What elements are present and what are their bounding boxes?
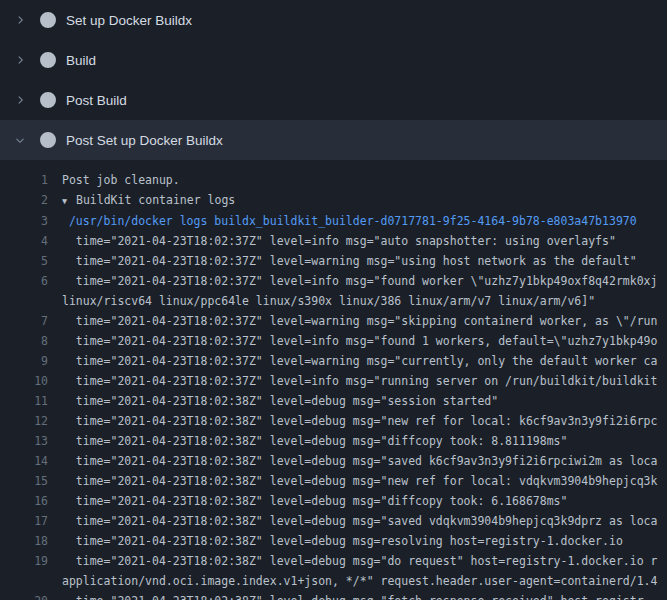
log-line-text: Post job cleanup. bbox=[62, 170, 667, 190]
workflow-log-panel: Set up Docker BuildxBuildPost BuildPost … bbox=[0, 0, 667, 600]
chevron-right-icon bbox=[14, 14, 32, 26]
log-line: 17 time="2021-04-23T18:02:38Z" level=deb… bbox=[0, 511, 667, 531]
log-line: 11 time="2021-04-23T18:02:38Z" level=deb… bbox=[0, 391, 667, 411]
step-label: Post Set up Docker Buildx bbox=[66, 133, 223, 148]
log-line-number[interactable]: 15 bbox=[0, 471, 48, 491]
log-line: 8 time="2021-04-23T18:02:37Z" level=info… bbox=[0, 331, 667, 351]
log-line-text: time="2021-04-23T18:02:38Z" level=debug … bbox=[62, 531, 667, 551]
step-label: Set up Docker Buildx bbox=[66, 13, 192, 28]
step-header-post-set-up-docker-buildx[interactable]: Post Set up Docker Buildx bbox=[0, 120, 667, 160]
log-line-number[interactable]: 7 bbox=[0, 311, 48, 331]
log-line: 9 time="2021-04-23T18:02:37Z" level=warn… bbox=[0, 351, 667, 371]
log-line-number[interactable]: 8 bbox=[0, 331, 48, 351]
check-circle-icon bbox=[40, 132, 56, 148]
step-label: Build bbox=[66, 53, 96, 68]
log-line: 12 time="2021-04-23T18:02:38Z" level=deb… bbox=[0, 411, 667, 431]
log-line: 20 time="2021-04-23T18:02:38Z" level=deb… bbox=[0, 591, 667, 600]
log-line: 5 time="2021-04-23T18:02:37Z" level=warn… bbox=[0, 251, 667, 271]
log-line-number[interactable]: 18 bbox=[0, 531, 48, 551]
log-line-number[interactable]: 20 bbox=[0, 591, 48, 600]
log-line-text: time="2021-04-23T18:02:38Z" level=debug … bbox=[62, 591, 667, 600]
log-line-number[interactable]: 9 bbox=[0, 351, 48, 371]
step-header-post-build[interactable]: Post Build bbox=[0, 80, 667, 120]
log-line-text: time="2021-04-23T18:02:38Z" level=debug … bbox=[62, 471, 667, 491]
log-line-number[interactable]: 14 bbox=[0, 451, 48, 471]
log-line-number[interactable]: 6 bbox=[0, 271, 48, 291]
log-line-number[interactable]: 16 bbox=[0, 491, 48, 511]
log-line-text: time="2021-04-23T18:02:37Z" level=info m… bbox=[62, 331, 667, 351]
log-line-number[interactable]: 13 bbox=[0, 431, 48, 451]
step-header-build[interactable]: Build bbox=[0, 40, 667, 80]
log-line: 14 time="2021-04-23T18:02:38Z" level=deb… bbox=[0, 451, 667, 471]
log-line-text: time="2021-04-23T18:02:38Z" level=debug … bbox=[62, 491, 667, 511]
log-line-number[interactable]: 1 bbox=[0, 170, 48, 190]
log-line-text: time="2021-04-23T18:02:37Z" level=info m… bbox=[62, 271, 667, 311]
log-line: 3 /usr/bin/docker logs buildx_buildkit_b… bbox=[0, 211, 667, 231]
log-line: 10 time="2021-04-23T18:02:37Z" level=inf… bbox=[0, 371, 667, 391]
step-label: Post Build bbox=[66, 93, 127, 108]
log-line-text: time="2021-04-23T18:02:38Z" level=debug … bbox=[62, 391, 667, 411]
log-line-text: time="2021-04-23T18:02:38Z" level=debug … bbox=[62, 451, 667, 471]
log-line: 2▼BuildKit container logs bbox=[0, 190, 667, 211]
log-group-header[interactable]: ▼BuildKit container logs bbox=[62, 190, 667, 211]
log-line: 4 time="2021-04-23T18:02:37Z" level=info… bbox=[0, 231, 667, 251]
log-line-number[interactable]: 3 bbox=[0, 211, 48, 231]
log-line: 18 time="2021-04-23T18:02:38Z" level=deb… bbox=[0, 531, 667, 551]
chevron-right-icon bbox=[14, 94, 32, 106]
log-lines: 1Post job cleanup.2▼BuildKit container l… bbox=[0, 160, 667, 600]
chevron-down-icon bbox=[14, 134, 32, 146]
log-line: 1Post job cleanup. bbox=[0, 170, 667, 190]
log-line-number[interactable]: 12 bbox=[0, 411, 48, 431]
log-line-text: time="2021-04-23T18:02:38Z" level=debug … bbox=[62, 431, 667, 451]
group-toggle-icon[interactable]: ▼ bbox=[62, 191, 76, 211]
log-line-number[interactable]: 17 bbox=[0, 511, 48, 531]
log-line: 7 time="2021-04-23T18:02:37Z" level=warn… bbox=[0, 311, 667, 331]
log-line: 16 time="2021-04-23T18:02:38Z" level=deb… bbox=[0, 491, 667, 511]
chevron-right-icon bbox=[14, 54, 32, 66]
log-line: 6 time="2021-04-23T18:02:37Z" level=info… bbox=[0, 271, 667, 311]
log-line-number[interactable]: 10 bbox=[0, 371, 48, 391]
log-line-text: time="2021-04-23T18:02:37Z" level=warnin… bbox=[62, 351, 667, 371]
log-line-text: time="2021-04-23T18:02:37Z" level=info m… bbox=[62, 231, 667, 251]
log-line: 15 time="2021-04-23T18:02:38Z" level=deb… bbox=[0, 471, 667, 491]
log-command-text: /usr/bin/docker logs buildx_buildkit_bui… bbox=[62, 211, 667, 231]
step-header-set-up-docker-buildx[interactable]: Set up Docker Buildx bbox=[0, 0, 667, 40]
check-circle-icon bbox=[40, 12, 56, 28]
log-line: 19 time="2021-04-23T18:02:38Z" level=deb… bbox=[0, 551, 667, 591]
log-line-text: time="2021-04-23T18:02:38Z" level=debug … bbox=[62, 551, 667, 591]
log-line-text: time="2021-04-23T18:02:37Z" level=info m… bbox=[62, 371, 667, 391]
check-circle-icon bbox=[40, 92, 56, 108]
log-line-text: time="2021-04-23T18:02:38Z" level=debug … bbox=[62, 411, 667, 431]
log-line: 13 time="2021-04-23T18:02:38Z" level=deb… bbox=[0, 431, 667, 451]
log-line-text: time="2021-04-23T18:02:37Z" level=warnin… bbox=[62, 251, 667, 271]
check-circle-icon bbox=[40, 52, 56, 68]
log-line-text: time="2021-04-23T18:02:37Z" level=warnin… bbox=[62, 311, 667, 331]
group-title: BuildKit container logs bbox=[76, 193, 235, 207]
log-line-text: time="2021-04-23T18:02:38Z" level=debug … bbox=[62, 511, 667, 531]
log-line-number[interactable]: 5 bbox=[0, 251, 48, 271]
step-list: Set up Docker BuildxBuildPost BuildPost … bbox=[0, 0, 667, 160]
log-line-number[interactable]: 2 bbox=[0, 190, 48, 210]
log-line-number[interactable]: 4 bbox=[0, 231, 48, 251]
log-line-number[interactable]: 19 bbox=[0, 551, 48, 571]
log-line-number[interactable]: 11 bbox=[0, 391, 48, 411]
